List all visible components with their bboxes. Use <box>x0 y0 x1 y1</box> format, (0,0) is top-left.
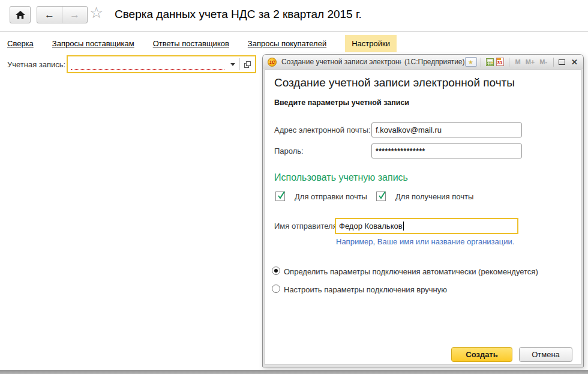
page-title: Сверка данных учета НДС за 2 квартал 201… <box>115 8 362 21</box>
sender-name-value: Федор Ковальков <box>339 222 403 231</box>
send-mail-label: Для отправки почты <box>295 192 367 201</box>
email-field[interactable] <box>371 122 522 137</box>
back-button[interactable]: ← <box>37 7 62 23</box>
required-field-underline <box>71 69 224 70</box>
sender-name-hint: Например, Ваше имя или название организа… <box>336 237 514 246</box>
account-choose-button[interactable] <box>240 56 255 72</box>
star-icon: ★ <box>468 59 473 65</box>
window-bottom-frame <box>0 370 588 374</box>
receive-mail-checkbox[interactable] <box>376 192 386 201</box>
email-account-dialog: 1С Создание учетной записи электронно...… <box>262 54 584 367</box>
dialog-subheading: Введите параметры учетной записи <box>274 98 409 107</box>
forward-button[interactable]: → <box>62 7 87 23</box>
account-input[interactable] <box>68 56 226 72</box>
home-icon <box>16 11 25 19</box>
tab-sverka[interactable]: Сверка <box>7 39 34 48</box>
manual-connection-label: Настроить параметры подключения вручную <box>284 285 447 294</box>
titlebar-divider <box>509 58 509 67</box>
tab-zaprosy-postavshchikam[interactable]: Запросы поставщикам <box>52 39 134 48</box>
receive-mail-label: Для получения почты <box>395 192 473 201</box>
account-label: Учетная запись: <box>7 60 65 69</box>
forward-arrow-icon: → <box>70 9 80 21</box>
open-picker-icon <box>244 61 251 68</box>
password-field[interactable] <box>371 143 522 158</box>
password-label: Пароль: <box>274 146 304 155</box>
account-dropdown-button[interactable] <box>226 56 239 72</box>
auto-connection-radio[interactable] <box>272 267 280 275</box>
send-mail-checkbox[interactable] <box>275 192 285 201</box>
sender-name-input[interactable]: Федор Ковальков <box>335 218 518 234</box>
checkmark-icon <box>377 189 387 200</box>
calculator-icon <box>486 58 494 66</box>
top-toolbar: ← → ☆ Сверка данных учета НДС за 2 кварт… <box>0 0 588 32</box>
close-button[interactable]: ✕ <box>571 58 578 67</box>
app-window: ← → ☆ Сверка данных учета НДС за 2 кварт… <box>0 0 588 374</box>
dialog-body: Создание учетной записи электронной почт… <box>265 69 581 365</box>
dialog-heading: Создание учетной записи электронной почт… <box>274 76 515 89</box>
text-caret <box>403 222 404 231</box>
calendar-icon: 31 <box>496 58 504 66</box>
memory-m-button[interactable]: M <box>515 58 521 65</box>
maximize-icon <box>559 59 565 65</box>
checkmark-icon <box>277 189 286 200</box>
sender-name-label: Имя отправителя: <box>274 222 339 231</box>
back-arrow-icon: ← <box>44 9 55 21</box>
dialog-titlebar[interactable]: 1С Создание учетной записи электронно...… <box>263 55 583 69</box>
titlebar-divider <box>481 58 481 67</box>
memory-m-minus-button[interactable]: M- <box>539 58 547 65</box>
tab-nastroiki[interactable]: Настройки <box>345 35 397 52</box>
auto-connection-label: Определить параметры подключения автомат… <box>284 267 538 276</box>
calculator-button[interactable] <box>486 58 494 66</box>
tab-bar: Сверка Запросы поставщикам Ответы постав… <box>0 34 397 53</box>
titlebar-controls: ★ 31 M M+ <box>465 57 578 67</box>
calendar-button[interactable]: 31 <box>496 58 504 66</box>
manual-connection-radio[interactable] <box>272 285 280 293</box>
favorite-star-icon[interactable]: ☆ <box>89 4 103 22</box>
1c-logo-icon: 1С <box>268 58 277 67</box>
use-account-heading: Использовать учетную запись <box>274 172 408 183</box>
chevron-down-icon <box>230 63 235 66</box>
maximize-button[interactable] <box>559 59 565 65</box>
tab-otvety-postavshchikov[interactable]: Ответы поставщиков <box>153 39 229 48</box>
cancel-button[interactable]: Отмена <box>519 347 572 362</box>
titlebar-divider <box>553 58 554 67</box>
home-button[interactable] <box>10 6 31 23</box>
email-label: Адрес электронной почты: <box>274 125 370 134</box>
history-nav-group: ← → <box>37 6 88 23</box>
favorites-button[interactable]: ★ <box>465 57 477 67</box>
account-select[interactable] <box>67 55 256 73</box>
memory-m-plus-button[interactable]: M+ <box>526 58 535 65</box>
dialog-title: Создание учетной записи электронно... <box>281 58 401 66</box>
dialog-app-name: (1С:Предприятие) <box>404 58 465 66</box>
tab-zaprosy-pokupatelei[interactable]: Запросы покупателей <box>248 39 326 48</box>
create-button[interactable]: Создать <box>451 347 512 362</box>
